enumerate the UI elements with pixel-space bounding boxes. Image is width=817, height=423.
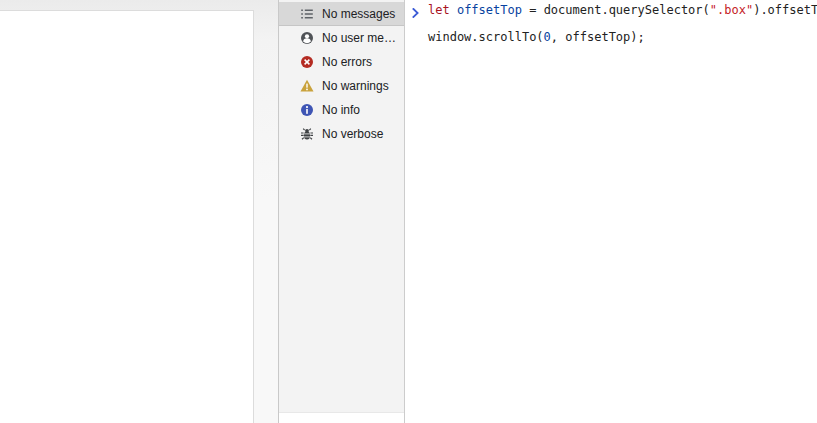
error-icon [300,55,314,69]
console-sidebar: No messages No user me… [278,0,405,423]
verbose-icon [300,127,314,141]
sidebar-bottom-scrollbar-track[interactable] [279,412,404,423]
sidebar-item-no-messages[interactable]: No messages [279,2,404,26]
devtools-console-screenshot: No messages No user me… [0,0,817,423]
sidebar-item-label: No errors [322,55,372,69]
code-token: ".box" [710,3,753,17]
webpage-background [0,0,278,423]
code-token: , offsetTop); [551,30,645,44]
console-pane[interactable]: let offsetTop = document.querySelector("… [405,0,817,423]
sidebar-item-label: No verbose [322,127,383,141]
code-token: ).offsetTop; [753,3,817,17]
code-token: = document.querySelector( [522,3,710,17]
console-input-line-2[interactable]: window.scrollTo(0, offsetTop); [428,30,645,44]
sidebar-item-no-verbose[interactable]: No verbose [279,122,404,146]
user-icon [300,31,314,45]
sidebar-item-no-info[interactable]: No info [279,98,404,122]
sidebar-item-no-warnings[interactable]: No warnings [279,74,404,98]
sidebar-item-no-user-messages[interactable]: No user me… [279,26,404,50]
sidebar-item-label: No warnings [322,79,389,93]
sidebar-item-label: No user me… [322,31,396,45]
console-filter-list: No messages No user me… [279,0,404,146]
sidebar-item-no-errors[interactable]: No errors [279,50,404,74]
code-token: 0 [544,30,551,44]
messages-icon [300,7,314,21]
sidebar-item-label: No info [322,103,360,117]
sidebar-item-label: No messages [322,7,395,21]
page-box-element [0,10,254,423]
code-token: window.scrollTo( [428,30,544,44]
code-token [450,3,457,17]
console-input-line-1[interactable]: let offsetTop = document.querySelector("… [428,3,817,17]
warning-icon [300,79,314,93]
code-token: offsetTop [457,3,522,17]
info-icon [300,103,314,117]
code-token: let [428,3,450,17]
console-prompt-icon [412,4,419,22]
